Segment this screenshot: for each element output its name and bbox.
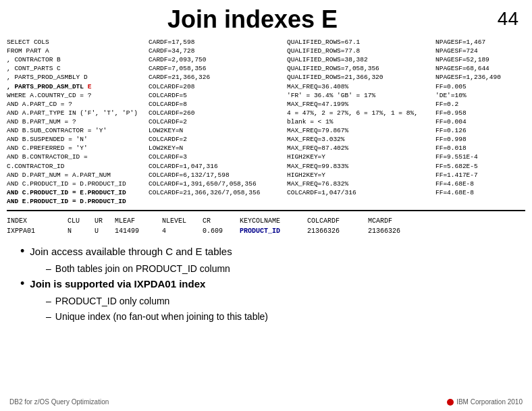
sub-bullet-text: Both tables join on PRODUCT_ID column xyxy=(55,261,230,276)
index-header-cell: NLEVEL xyxy=(162,216,203,226)
index-header-cell: INDEX xyxy=(7,216,68,226)
index-table-cell: U xyxy=(95,226,115,236)
sql-right1-col: QUALIFIED_ROWS=67.1QUALIFIED_ROWS=77.8QU… xyxy=(287,38,435,206)
index-table-cell: 141499 xyxy=(115,226,162,236)
index-table-header: INDEXCLUURMLEAFNLEVELCRKEYCOLNAMECOLCARD… xyxy=(7,216,525,226)
index-header-cell: MLEAF xyxy=(115,216,162,226)
footer: DB2 for z/OS Query Optimization IBM Corp… xyxy=(0,398,532,406)
sub-dash-icon: – xyxy=(46,294,51,308)
slide-number: 44 xyxy=(498,8,518,30)
divider xyxy=(7,210,525,211)
bullet-main-text: Join is supported via IXPDA01 index xyxy=(30,276,205,292)
sub-dash-icon: – xyxy=(46,261,51,276)
sub-dash-icon: – xyxy=(46,309,51,324)
sub-bullet-item: –Unique index (no fan-out when joining t… xyxy=(46,309,518,324)
footer-logo: IBM Corporation 2010 xyxy=(447,398,523,406)
bullet-main-text: Join access available through C and E ta… xyxy=(30,244,232,260)
logo-dot-icon xyxy=(447,399,454,406)
title-area: Join indexes E 44 xyxy=(0,0,532,36)
index-table-row: IXPPA01NU14149940.609PRODUCT_ID213663262… xyxy=(7,226,525,236)
sql-middle-col: CARDF=17,598CARDF=34,728CARDF=2,093,750C… xyxy=(149,38,287,206)
bullet-main: •Join access available through C and E t… xyxy=(20,244,518,260)
sub-bullet-item: –PRODUCT_ID only column xyxy=(46,294,518,308)
index-table-cell: N xyxy=(68,226,95,236)
index-header-cell: CR xyxy=(203,216,240,226)
sub-bullet-item: –Both tables join on PRODUCT_ID column xyxy=(46,261,518,276)
index-header-cell: COLCARDF xyxy=(307,216,368,226)
index-table-cell: 0.609 xyxy=(203,226,240,236)
bullet-main: •Join is supported via IXPDA01 index xyxy=(20,276,518,292)
index-table-cell: PRODUCT_ID xyxy=(240,226,307,236)
sub-bullet-text: PRODUCT_ID only column xyxy=(55,294,170,308)
sql-left-col: SELECT COLSFROM PART A , CONTRACTOR B , … xyxy=(7,38,149,206)
footer-right: IBM Corporation 2010 xyxy=(456,398,523,406)
sub-bullet-text: Unique index (no fan-out when joining to… xyxy=(55,309,268,324)
sub-bullets: –Both tables join on PRODUCT_ID column xyxy=(46,261,518,276)
index-table-cell: 21366326 xyxy=(368,226,429,236)
index-table-cell: IXPPA01 xyxy=(7,226,68,236)
bullet-dot-icon: • xyxy=(20,244,24,259)
sql-right2-col: NPAGESF=1,467NPAGESF=724NPAGESF=52,189NP… xyxy=(435,38,523,206)
index-table-cell: 21366326 xyxy=(307,226,368,236)
main-title: Join indexes E xyxy=(167,5,338,33)
index-header-cell: MCARDF xyxy=(368,216,429,226)
sub-bullets: –PRODUCT_ID only column–Unique index (no… xyxy=(46,294,518,324)
index-header-cell: KEYCOLNAME xyxy=(240,216,307,226)
index-table-cell: 4 xyxy=(162,226,203,236)
sql-block: SELECT COLSFROM PART A , CONTRACTOR B , … xyxy=(0,36,532,207)
index-header-cell: CLU xyxy=(68,216,95,226)
bullet-section: •Join access available through C and E t… xyxy=(0,238,532,327)
index-table: INDEXCLUURMLEAFNLEVELCRKEYCOLNAMECOLCARD… xyxy=(0,214,532,238)
index-header-cell: UR xyxy=(95,216,115,226)
footer-left: DB2 for z/OS Query Optimization xyxy=(9,398,109,406)
bullet-dot-icon: • xyxy=(20,276,24,292)
